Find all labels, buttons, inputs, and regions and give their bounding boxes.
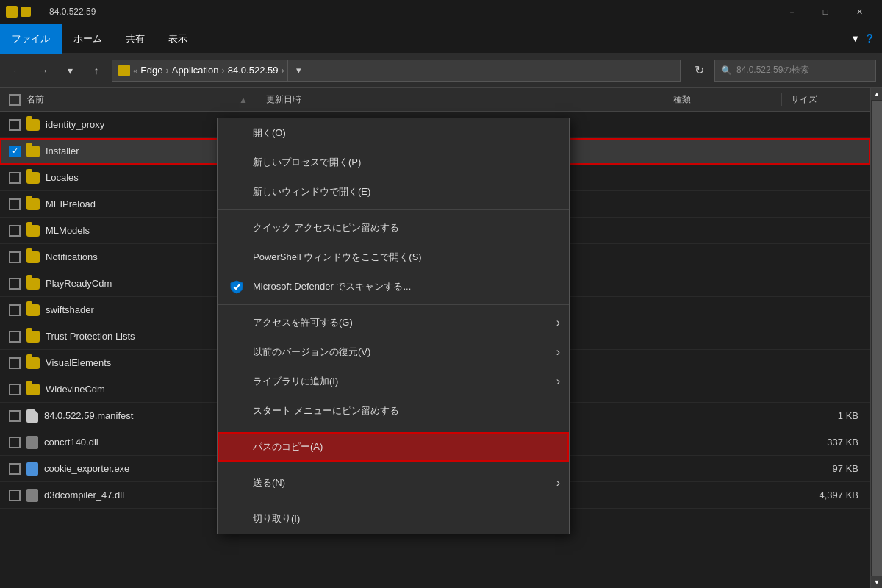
folder-icon: [26, 278, 40, 290]
bc-arrow2: ›: [221, 65, 224, 76]
pin-icon: [229, 220, 244, 235]
bc-arrow1: ›: [166, 65, 169, 76]
breadcrumb-application[interactable]: Application: [172, 65, 219, 76]
row-checkbox[interactable]: [9, 225, 21, 237]
row-checkbox[interactable]: [9, 278, 21, 290]
ctx-open-new-process[interactable]: 新しいプロセスで開く(P): [218, 148, 569, 177]
maximize-button[interactable]: □: [808, 0, 842, 24]
ctx-allow-access[interactable]: アクセスを許可する(G): [218, 308, 569, 337]
defender-icon: [229, 279, 244, 294]
scroll-thumb[interactable]: [872, 101, 882, 576]
recent-button[interactable]: ▾: [59, 60, 81, 82]
open-icon: [229, 126, 244, 140]
folder-icon: [26, 331, 40, 343]
scroll-up-button[interactable]: ▲: [871, 88, 882, 100]
row-checkbox[interactable]: [9, 384, 21, 395]
header-checkbox[interactable]: [9, 94, 21, 106]
vertical-scrollbar[interactable]: ▲ ▼: [870, 88, 882, 588]
menu-share[interactable]: 共有: [114, 24, 157, 54]
row-checkbox[interactable]: [9, 198, 21, 210]
search-placeholder: 84.0.522.59の検索: [736, 64, 809, 76]
breadcrumb-dropdown[interactable]: ▾: [287, 60, 309, 82]
row-checkbox[interactable]: [9, 410, 21, 422]
bc-sep1: «: [133, 66, 137, 75]
col-size[interactable]: サイズ: [782, 93, 870, 106]
ctx-sep-4: [218, 465, 569, 465]
ctx-cut[interactable]: 切り取り(I): [218, 504, 569, 534]
chevron-down-icon: ▼: [850, 33, 860, 44]
forward-button[interactable]: →: [32, 60, 54, 82]
row-checkbox[interactable]: [9, 251, 21, 263]
ctx-defender[interactable]: Microsoft Defender でスキャンする...: [218, 272, 569, 301]
powershell-icon: [229, 250, 244, 265]
folder-icon: [26, 146, 40, 157]
folder-icon: [26, 198, 40, 210]
close-button[interactable]: ✕: [842, 0, 876, 24]
menu-file[interactable]: ファイル: [0, 24, 62, 54]
folder-icon: [26, 119, 40, 131]
row-checkbox[interactable]: [9, 331, 21, 343]
ctx-powershell[interactable]: PowerShell ウィンドウをここで開く(S): [218, 243, 569, 272]
restore-icon: [229, 345, 244, 359]
menu-home[interactable]: ホーム: [62, 24, 114, 54]
row-checkbox[interactable]: [9, 304, 21, 316]
refresh-button[interactable]: ↻: [688, 60, 710, 82]
row-checkbox[interactable]: [9, 437, 21, 448]
title-separator: [40, 6, 40, 18]
copy-path-icon: [229, 440, 244, 454]
row-checkbox[interactable]: [9, 490, 21, 501]
ctx-sep-2: [218, 304, 569, 305]
new-process-icon: [229, 155, 244, 170]
help-icon[interactable]: ?: [866, 32, 873, 46]
col-name[interactable]: 名前 ▲: [0, 93, 257, 106]
col-type[interactable]: 種類: [664, 93, 782, 106]
ctx-pin-start[interactable]: スタート メニューにピン留めする: [218, 396, 569, 426]
breadcrumb-edge[interactable]: Edge: [140, 65, 162, 76]
folder-icon: [26, 225, 40, 237]
exe-icon: [26, 462, 38, 476]
send-to-icon: [229, 476, 244, 490]
row-checkbox[interactable]: [9, 119, 21, 131]
ctx-open[interactable]: 開く(O): [218, 118, 569, 148]
menu-chevron[interactable]: ▼ ?: [842, 26, 882, 51]
context-menu: 開く(O) 新しいプロセスで開く(P) 新しいウィンドウで開く(E) クイック …: [217, 118, 570, 534]
row-checkbox[interactable]: [9, 463, 21, 475]
minimize-button[interactable]: －: [775, 0, 808, 24]
ctx-sep-5: [218, 501, 569, 501]
window-controls: － □ ✕: [775, 0, 876, 24]
back-button[interactable]: ←: [6, 60, 28, 82]
ctx-restore-version[interactable]: 以前のバージョンの復元(V): [218, 337, 569, 367]
app-icon-2: [21, 7, 31, 17]
breadcrumb-version[interactable]: 84.0.522.59: [228, 65, 279, 76]
new-window-icon: [229, 184, 244, 199]
up-button[interactable]: ↑: [85, 60, 107, 82]
dll-icon: [26, 489, 38, 502]
app-icon-1: [6, 6, 18, 18]
dll-icon: [26, 436, 38, 449]
ctx-send-to[interactable]: 送る(N): [218, 468, 569, 498]
folder-icon: [26, 384, 40, 395]
row-checkbox[interactable]: [9, 172, 21, 184]
row-checkbox[interactable]: [9, 357, 21, 369]
col-modified[interactable]: 更新日時: [257, 93, 664, 106]
row-checkbox-checked[interactable]: ✓: [9, 146, 21, 157]
sort-icon: ▲: [239, 95, 248, 105]
file-list: 名前 ▲ 更新日時 種類 サイズ identity_proxy ✓ Instal…: [0, 88, 870, 588]
menu-view[interactable]: 表示: [157, 24, 199, 54]
ctx-open-new-window[interactable]: 新しいウィンドウで開く(E): [218, 177, 569, 207]
menu-bar: ファイル ホーム 共有 表示 ▼ ?: [0, 24, 882, 53]
window-title: 84.0.522.59: [49, 7, 769, 17]
main-area: 名前 ▲ 更新日時 種類 サイズ identity_proxy ✓ Instal…: [0, 88, 882, 588]
ctx-sep-1: [218, 209, 569, 210]
address-bar: ← → ▾ ↑ « Edge › Application › 84.0.522.…: [0, 53, 882, 88]
title-bar: 84.0.522.59 － □ ✕: [0, 0, 882, 24]
folder-icon: [26, 357, 40, 369]
breadcrumb-folder-icon: [118, 65, 130, 76]
folder-icon: [26, 304, 40, 316]
search-bar[interactable]: 🔍 84.0.522.59の検索: [714, 60, 876, 82]
ctx-pin-quick-access[interactable]: クイック アクセスにピン留めする: [218, 213, 569, 243]
breadcrumb[interactable]: « Edge › Application › 84.0.522.59 › ▾: [112, 60, 681, 82]
scroll-down-button[interactable]: ▼: [871, 576, 882, 588]
ctx-add-library[interactable]: ライブラリに追加(I): [218, 367, 569, 396]
ctx-copy-path[interactable]: パスのコピー(A): [218, 432, 569, 462]
